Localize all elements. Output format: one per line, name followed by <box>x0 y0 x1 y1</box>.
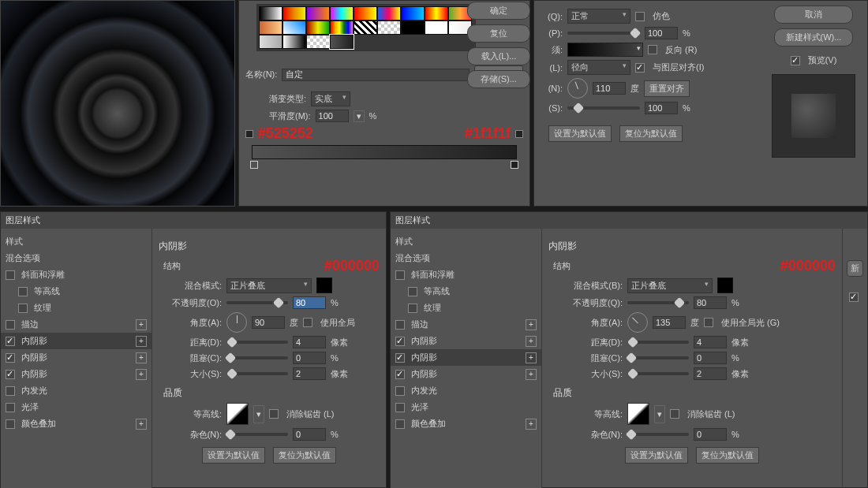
gradient-swatch[interactable] <box>306 6 330 20</box>
gradient-swatch[interactable] <box>330 6 354 20</box>
antialias-checkbox[interactable] <box>269 409 279 419</box>
stroke-item[interactable]: 描边+ <box>391 316 541 333</box>
gradient-swatch[interactable] <box>259 6 282 20</box>
angle-input[interactable] <box>252 316 285 329</box>
gradient-swatch[interactable] <box>259 20 282 35</box>
add-effect-icon[interactable]: + <box>526 369 537 380</box>
scale-input[interactable] <box>645 102 678 114</box>
add-effect-icon[interactable]: + <box>526 336 537 347</box>
distance-input[interactable] <box>694 336 727 348</box>
ok-button[interactable]: 确定 <box>467 2 530 20</box>
angle-input[interactable] <box>593 82 626 95</box>
inner-glow-item[interactable]: 内发光 <box>391 382 541 399</box>
gradient-swatch[interactable] <box>330 35 354 49</box>
gradient-swatch[interactable] <box>377 20 401 35</box>
blending-options[interactable]: 混合选项 <box>391 250 541 266</box>
gradient-swatch[interactable] <box>306 20 330 35</box>
opacity-slider[interactable] <box>226 301 288 304</box>
add-effect-icon[interactable]: + <box>136 419 147 430</box>
stroke-item[interactable]: 描边+ <box>1 316 152 333</box>
bevel-emboss-item[interactable]: 斜面和浮雕 <box>391 266 541 283</box>
add-effect-icon[interactable]: + <box>526 319 537 330</box>
contour-picker[interactable] <box>627 403 649 425</box>
opacity-stop-right-icon[interactable] <box>515 130 523 138</box>
gradient-bar[interactable] <box>252 145 517 159</box>
angle-dial[interactable] <box>567 78 588 99</box>
satin-item[interactable]: 光泽 <box>1 399 152 415</box>
add-effect-icon[interactable]: + <box>136 369 147 380</box>
distance-slider[interactable] <box>226 341 288 344</box>
opacity-input[interactable] <box>293 296 326 309</box>
opacity-stop-left-icon[interactable] <box>245 130 253 138</box>
noise-slider[interactable] <box>627 433 689 436</box>
bevel-emboss-item[interactable]: 斜面和浮雕 <box>1 266 152 283</box>
reset-button[interactable]: 复位 <box>467 24 530 43</box>
contour-dropdown-icon[interactable]: ▾ <box>654 405 665 423</box>
styles-header[interactable]: 样式 <box>391 233 541 250</box>
reverse-checkbox[interactable] <box>648 45 657 54</box>
opacity-input[interactable] <box>694 296 727 309</box>
opacity-input[interactable] <box>645 27 678 39</box>
color-swatch[interactable] <box>316 278 332 293</box>
satin-item[interactable]: 光泽 <box>391 399 541 415</box>
angle-input[interactable] <box>653 316 686 329</box>
set-default-button[interactable]: 设置为默认值 <box>625 447 688 464</box>
choke-input[interactable] <box>293 352 326 364</box>
color-stop-left-icon[interactable] <box>250 161 258 169</box>
color-overlay-item[interactable]: 颜色叠加+ <box>1 415 152 432</box>
angle-dial[interactable] <box>627 312 648 333</box>
add-effect-icon[interactable]: + <box>136 319 147 330</box>
blend-mode-select[interactable]: 正片叠底 <box>226 278 312 293</box>
noise-slider[interactable] <box>226 433 288 436</box>
style-select[interactable]: 径向 <box>567 60 630 75</box>
reset-default-button[interactable]: 复位为默认值 <box>273 447 336 464</box>
contour-picker[interactable] <box>226 403 249 425</box>
dither-checkbox[interactable] <box>635 12 645 21</box>
gradient-swatch[interactable] <box>282 35 306 49</box>
smooth-dropdown-icon[interactable]: ▾ <box>354 110 365 122</box>
texture-item[interactable]: 纹理 <box>391 300 541 316</box>
smoothness-input[interactable] <box>316 110 349 122</box>
inner-shadow-item-3[interactable]: 内阴影+ <box>391 366 541 382</box>
inner-shadow-item-2[interactable]: 内阴影+ <box>391 349 541 366</box>
gradient-swatch[interactable] <box>377 6 401 20</box>
size-slider[interactable] <box>226 372 288 375</box>
inner-glow-item[interactable]: 内发光 <box>1 382 152 399</box>
noise-input[interactable] <box>694 428 727 441</box>
contour-dropdown-icon[interactable]: ▾ <box>253 405 264 423</box>
blend-mode-select[interactable]: 正常 <box>567 9 630 24</box>
add-effect-icon[interactable]: + <box>136 352 147 363</box>
styles-header[interactable]: 样式 <box>1 233 152 250</box>
noise-input[interactable] <box>293 428 326 441</box>
gradient-swatch[interactable] <box>354 20 377 35</box>
gradient-swatch[interactable] <box>401 20 425 35</box>
gradient-swatch[interactable] <box>259 35 282 49</box>
preview-checkbox[interactable] <box>791 56 800 65</box>
color-stop-right-icon[interactable] <box>511 161 518 169</box>
color-swatch[interactable] <box>717 278 733 293</box>
align-checkbox[interactable] <box>635 63 645 73</box>
set-default-button[interactable]: 设置为默认值 <box>202 447 265 464</box>
scale-slider[interactable] <box>567 106 640 110</box>
name-input[interactable] <box>282 69 470 81</box>
set-default-button[interactable]: 设置为默认值 <box>548 125 612 142</box>
distance-input[interactable] <box>293 336 326 348</box>
global-light-checkbox[interactable] <box>303 318 312 327</box>
angle-dial[interactable] <box>226 312 247 333</box>
inner-shadow-item-3[interactable]: 内阴影+ <box>1 366 152 382</box>
size-slider[interactable] <box>627 372 689 375</box>
contour-item[interactable]: 等高线 <box>1 283 152 300</box>
size-input[interactable] <box>293 367 326 380</box>
distance-slider[interactable] <box>627 341 689 344</box>
gradient-swatch[interactable] <box>282 20 306 35</box>
gradient-swatch[interactable] <box>401 6 425 20</box>
inner-shadow-item[interactable]: 内阴影+ <box>1 333 152 349</box>
texture-item[interactable]: 纹理 <box>1 300 152 316</box>
reset-align-button[interactable]: 重置对齐 <box>644 80 690 97</box>
save-button[interactable]: 存储(S)... <box>467 70 530 88</box>
global-light-checkbox[interactable] <box>704 318 713 327</box>
inner-shadow-item-2[interactable]: 内阴影+ <box>1 349 152 366</box>
size-input[interactable] <box>694 367 727 380</box>
gradient-swatch[interactable] <box>425 6 448 20</box>
blend-mode-select[interactable]: 正片叠底 <box>627 278 713 293</box>
